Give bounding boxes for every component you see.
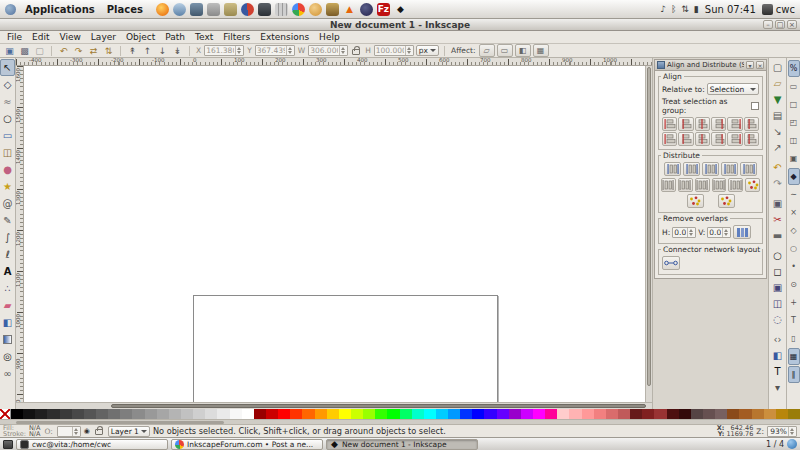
unlink-clone-button[interactable]: ◌ bbox=[770, 311, 786, 327]
overlap-h-input[interactable]: 0.0 bbox=[672, 227, 696, 238]
align-top-edges-button[interactable] bbox=[678, 132, 693, 146]
undo-button[interactable]: ↶ bbox=[770, 159, 786, 175]
opacity-input[interactable] bbox=[57, 426, 81, 437]
selector-tool-icon[interactable]: ↖ bbox=[0, 59, 15, 76]
color-swatch[interactable] bbox=[654, 409, 666, 419]
taskbar-window-terminal[interactable]: cwc@vita:/home/cwc bbox=[16, 439, 168, 450]
distribute-centers-h-button[interactable] bbox=[683, 162, 700, 176]
color-swatch[interactable] bbox=[315, 409, 327, 419]
color-swatch[interactable] bbox=[363, 409, 375, 419]
text-align-horizontal-button[interactable] bbox=[744, 117, 759, 131]
volume-icon[interactable]: ♪ bbox=[660, 4, 666, 14]
color-swatch[interactable] bbox=[327, 409, 339, 419]
color-swatch[interactable] bbox=[266, 409, 278, 419]
snap-path-intersections-toggle[interactable]: × bbox=[788, 204, 800, 221]
snap-text-baselines-toggle[interactable]: T bbox=[788, 312, 800, 329]
color-swatch[interactable] bbox=[739, 409, 751, 419]
spray-tool-icon[interactable]: ∴ bbox=[0, 280, 15, 297]
maximize-button[interactable]: □ bbox=[775, 20, 785, 29]
color-swatch[interactable] bbox=[557, 409, 569, 419]
menu-layer[interactable]: Layer bbox=[86, 32, 121, 42]
color-swatch[interactable] bbox=[84, 409, 96, 419]
vertical-ruler[interactable]: 1600150014001300120011001000900800 bbox=[16, 66, 24, 402]
export-bitmap-button[interactable]: ↗ bbox=[770, 139, 786, 155]
layer-visibility-icon[interactable]: ◉ bbox=[84, 427, 90, 435]
gimp-launcher-icon[interactable] bbox=[207, 3, 220, 16]
3dbox-tool-icon[interactable]: ◫ bbox=[0, 144, 15, 161]
color-swatch[interactable] bbox=[630, 409, 642, 419]
color-swatch[interactable] bbox=[727, 409, 739, 419]
spiral-tool-icon[interactable]: @ bbox=[0, 195, 15, 212]
workspace-pager[interactable]: 1 / 4 bbox=[766, 440, 784, 449]
bluetooth-icon[interactable]: ᛒ bbox=[671, 4, 676, 14]
minimize-button[interactable]: – bbox=[763, 20, 773, 29]
color-swatch[interactable] bbox=[460, 409, 472, 419]
color-swatch[interactable] bbox=[290, 409, 302, 419]
taskbar-window-chrome[interactable]: InkscapeForum.com • Post a ne... bbox=[171, 439, 323, 450]
horizontal-ruler[interactable]: -400-300-200-100010020030040050060070080… bbox=[16, 58, 652, 66]
messaging-launcher-icon[interactable] bbox=[190, 3, 203, 16]
lock-ratio-icon[interactable] bbox=[352, 49, 360, 55]
menu-filters[interactable]: Filters bbox=[218, 32, 255, 42]
menu-path[interactable]: Path bbox=[160, 32, 190, 42]
color-swatch[interactable] bbox=[11, 409, 23, 419]
align-top-to-bottom-anchor-button[interactable] bbox=[727, 132, 742, 146]
color-swatch[interactable] bbox=[254, 409, 266, 419]
snap-rotation-centers-toggle[interactable]: + bbox=[788, 294, 800, 311]
color-swatch[interactable] bbox=[278, 409, 290, 419]
snap-enable-toggle[interactable]: % bbox=[788, 60, 800, 77]
audio-app-launcher-icon[interactable] bbox=[326, 3, 339, 16]
color-swatch[interactable] bbox=[96, 409, 108, 419]
color-swatch[interactable] bbox=[788, 409, 800, 419]
connector-tool-icon[interactable]: ∞ bbox=[0, 365, 15, 382]
color-swatch[interactable] bbox=[35, 409, 47, 419]
color-swatch[interactable] bbox=[545, 409, 557, 419]
raise-to-top-button[interactable]: ↟ bbox=[126, 45, 139, 57]
zoom-drawing-button[interactable]: ○ bbox=[770, 247, 786, 263]
distribute-left-edges-button[interactable] bbox=[664, 162, 681, 176]
color-swatch[interactable] bbox=[242, 409, 254, 419]
zoom-input[interactable]: 93% bbox=[767, 426, 797, 437]
node-tool-icon[interactable]: ◇ bbox=[0, 76, 15, 93]
panel-shade-button[interactable]: ▾ bbox=[746, 61, 754, 69]
affect-move-gradients-toggle[interactable]: ◧ bbox=[515, 44, 531, 57]
snap-guides-toggle[interactable]: ∥ bbox=[788, 366, 800, 383]
color-swatch[interactable] bbox=[412, 409, 424, 419]
save-document-button[interactable]: ▼ bbox=[770, 91, 786, 107]
trash-applet-icon[interactable] bbox=[787, 439, 797, 449]
color-swatch[interactable] bbox=[72, 409, 84, 419]
vertical-scrollbar-thumb[interactable] bbox=[647, 67, 651, 386]
raise-button[interactable]: ↑ bbox=[141, 45, 154, 57]
color-swatch[interactable] bbox=[448, 409, 460, 419]
network-icon[interactable]: ⇅ bbox=[681, 4, 689, 14]
color-swatch[interactable] bbox=[387, 409, 399, 419]
color-swatch[interactable] bbox=[618, 409, 630, 419]
lower-to-bottom-button[interactable]: ↡ bbox=[171, 45, 184, 57]
zoom-page-button[interactable]: ◻ bbox=[770, 263, 786, 279]
bucket-tool-icon[interactable]: ◧ bbox=[0, 314, 15, 331]
center-horizontal-button[interactable] bbox=[695, 117, 710, 131]
open-document-button[interactable]: ▱ bbox=[770, 75, 786, 91]
text-align-vertical-button[interactable] bbox=[744, 132, 759, 146]
snap-bbox-edge-midpoints-toggle[interactable]: ◫ bbox=[788, 132, 800, 149]
randomize-centers-button[interactable] bbox=[687, 194, 704, 208]
snap-midpoints-toggle[interactable]: • bbox=[788, 258, 800, 275]
distribute-top-edges-button[interactable] bbox=[661, 178, 676, 192]
menu-text[interactable]: Text bbox=[190, 32, 218, 42]
create-clone-button[interactable]: ◫ bbox=[770, 295, 786, 311]
color-swatch[interactable] bbox=[594, 409, 606, 419]
color-swatch[interactable] bbox=[691, 409, 703, 419]
color-swatch[interactable] bbox=[351, 409, 363, 419]
color-swatch[interactable] bbox=[703, 409, 715, 419]
select-all-in-all-layers-button[interactable]: ▩ bbox=[18, 45, 31, 57]
horizontal-scrollbar-thumb[interactable] bbox=[111, 404, 645, 408]
color-swatch[interactable] bbox=[642, 409, 654, 419]
color-swatch[interactable] bbox=[667, 409, 679, 419]
user-menu[interactable]: cwc bbox=[762, 4, 795, 15]
color-swatch[interactable] bbox=[23, 409, 35, 419]
chrome-launcher-icon[interactable] bbox=[292, 3, 305, 16]
unclump-objects-button[interactable] bbox=[718, 194, 735, 208]
snap-nodes-toggle[interactable]: ◆ bbox=[788, 168, 800, 185]
color-swatch[interactable] bbox=[436, 409, 448, 419]
exchange-positions-button[interactable] bbox=[745, 178, 760, 192]
